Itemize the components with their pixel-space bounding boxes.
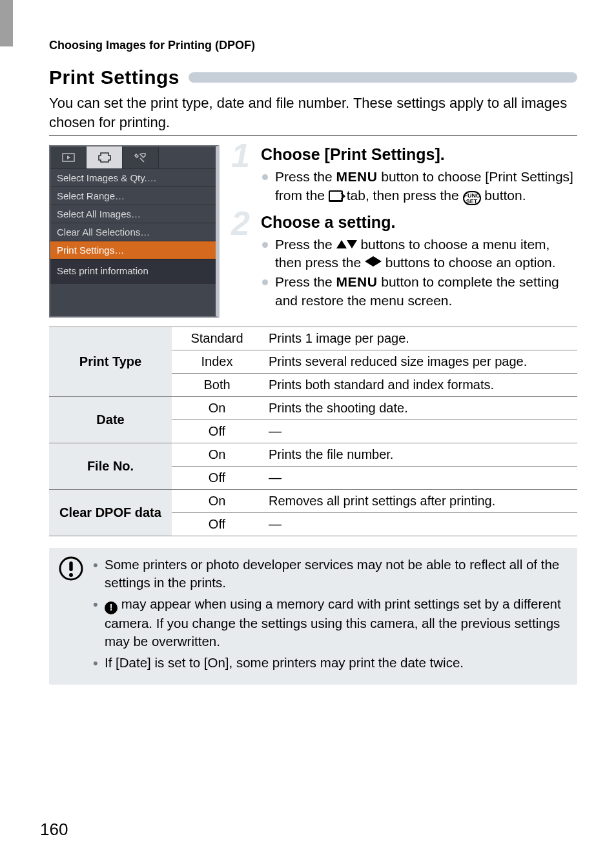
option-cell: On — [172, 397, 262, 420]
caution-icon — [58, 556, 84, 676]
svg-rect-3 — [69, 561, 72, 571]
option-cell: Off — [172, 467, 262, 490]
note-item: ! may appear when using a memory card wi… — [93, 595, 568, 650]
step-bullet: Press the MENU button to complete the se… — [261, 273, 577, 310]
step-number: 2 — [231, 207, 250, 240]
option-cell: Index — [172, 350, 262, 374]
table-row: Clear DPOF data On Removes all print set… — [49, 490, 577, 513]
desc-cell: Prints both standard and index formats. — [262, 374, 577, 397]
menu-item: Select All Images… — [50, 205, 216, 223]
intro-text: You can set the print type, date and fil… — [49, 94, 577, 132]
row-header: Date — [49, 397, 172, 443]
desc-cell: — — [262, 467, 577, 490]
bang-icon: ! — [105, 601, 118, 614]
desc-cell: Prints the shooting date. — [262, 397, 577, 420]
note-text: may appear when using a memory card with… — [105, 596, 561, 648]
down-arrow-icon — [347, 240, 357, 248]
page-number: 160 — [40, 820, 68, 840]
option-cell: On — [172, 443, 262, 467]
table-row: Print Type Standard Prints 1 image per p… — [49, 327, 577, 350]
side-tab — [0, 0, 13, 46]
row-header: Print Type — [49, 327, 172, 397]
step-title: Choose a setting. — [261, 213, 577, 232]
table-row: File No. On Prints the file number. — [49, 443, 577, 467]
step-title: Choose [Print Settings]. — [261, 145, 577, 164]
row-header: Clear DPOF data — [49, 490, 172, 536]
caution-list: Some printers or photo developer service… — [93, 556, 568, 676]
menu-tab-print — [87, 146, 123, 168]
menu-item-selected: Print Settings… — [50, 241, 216, 259]
title-bar — [189, 72, 577, 83]
option-cell: On — [172, 490, 262, 513]
menu-tab-tools — [123, 146, 159, 168]
menu-item: Select Images & Qty.… — [50, 168, 216, 187]
option-cell: Off — [172, 513, 262, 536]
func-set-icon: FUNCSET — [463, 191, 481, 205]
desc-cell: Prints 1 image per page. — [262, 327, 577, 350]
desc-cell: — — [262, 420, 577, 443]
desc-cell: Prints several reduced size images per p… — [262, 350, 577, 374]
note-item: Some printers or photo developer service… — [93, 556, 568, 591]
menu-tabs — [50, 146, 216, 168]
step-2: 2 Choose a setting. Press the buttons to… — [232, 213, 577, 310]
step-bullet: Press the buttons to choose a menu item,… — [261, 236, 577, 272]
camera-menu-screenshot: Select Images & Qty.… Select Range… Sele… — [49, 145, 220, 318]
caution-box: Some printers or photo developer service… — [49, 548, 577, 685]
option-cell: Standard — [172, 327, 262, 350]
right-arrow-icon — [373, 256, 382, 267]
note-item: If [Date] is set to [On], some printers … — [93, 654, 568, 672]
step-number: 1 — [231, 139, 250, 172]
left-arrow-icon — [365, 256, 373, 267]
menu-list: Select Images & Qty.… Select Range… Sele… — [50, 168, 216, 259]
menu-tab-play — [50, 146, 87, 168]
divider — [49, 136, 577, 136]
menu-item: Select Range… — [50, 187, 216, 205]
desc-cell: Removes all print settings after printin… — [262, 490, 577, 513]
step-1: 1 Choose [Print Settings]. Press the MEN… — [232, 145, 577, 205]
step-bullet: Press the MENU button to choose [Print S… — [261, 168, 577, 205]
svg-point-4 — [69, 573, 73, 577]
menu-label-icon: MENU — [336, 274, 378, 289]
desc-cell: — — [262, 513, 577, 536]
menu-label-icon: MENU — [336, 169, 378, 184]
desc-cell: Prints the file number. — [262, 443, 577, 467]
row-header: File No. — [49, 443, 172, 490]
settings-table: Print Type Standard Prints 1 image per p… — [49, 327, 577, 536]
menu-item: Clear All Selections… — [50, 223, 216, 241]
print-tab-icon — [329, 190, 343, 202]
menu-footer: Sets print information — [50, 259, 216, 284]
option-cell: Off — [172, 420, 262, 443]
option-cell: Both — [172, 374, 262, 397]
up-arrow-icon — [336, 240, 347, 248]
breadcrumb: Choosing Images for Printing (DPOF) — [49, 39, 577, 52]
svg-marker-1 — [67, 156, 70, 159]
page-title: Print Settings — [49, 66, 180, 88]
table-row: Date On Prints the shooting date. — [49, 397, 577, 420]
